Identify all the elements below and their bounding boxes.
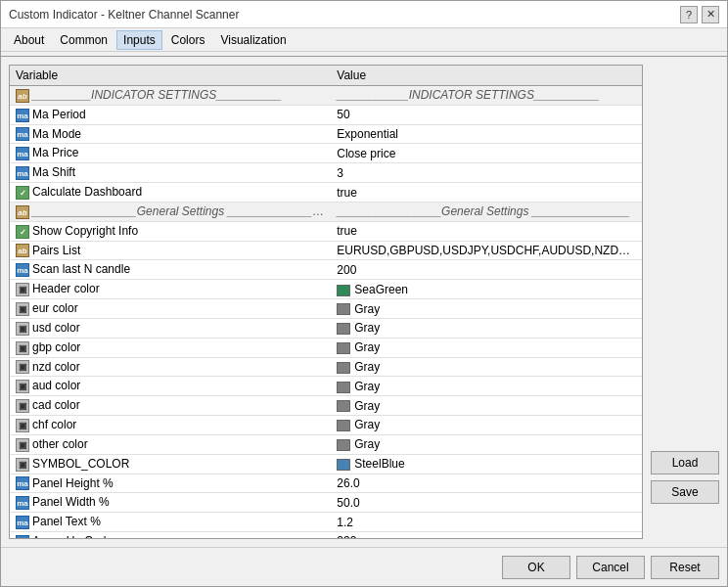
table-row[interactable]: maMa PriceClose price: [10, 144, 642, 163]
val-cell: Gray: [331, 377, 642, 396]
window-title: Custom Indicator - Keltner Channel Scann…: [9, 8, 239, 22]
val-cell: 50.0: [331, 493, 642, 513]
var-cell: maPanel Height %: [10, 474, 331, 493]
var-cell: maScan last N candle: [10, 260, 331, 280]
menu-item-visualization[interactable]: Visualization: [213, 30, 293, 50]
var-cell: ▣gbp color: [10, 338, 331, 357]
bottom-bar: OK Cancel Reset: [1, 547, 727, 586]
val-cell: 3: [331, 163, 642, 183]
val-cell: SteelBlue: [331, 454, 642, 474]
params-table: Variable Value ab_________INDICATOR SETT…: [10, 66, 642, 539]
table-row[interactable]: maMa Period50: [10, 105, 642, 124]
menu-item-colors[interactable]: Colors: [164, 30, 212, 50]
params-table-container: Variable Value ab_________INDICATOR SETT…: [9, 65, 643, 539]
val-cell: 1.2: [331, 513, 642, 532]
val-cell: EURUSD,GBPUSD,USDJPY,USDCHF,AUDUSD,NZDUS…: [331, 241, 642, 260]
load-button[interactable]: Load: [651, 451, 719, 474]
val-cell: Gray: [331, 396, 642, 416]
close-button[interactable]: ✕: [702, 6, 719, 23]
table-row[interactable]: ▣cad colorGray: [10, 396, 642, 416]
var-cell: ▣usd color: [10, 318, 331, 338]
var-cell: maPanel Text %: [10, 513, 331, 532]
reset-button[interactable]: Reset: [651, 556, 719, 579]
var-cell: maMa Period: [10, 105, 331, 124]
val-cell: Gray: [331, 357, 642, 377]
table-row[interactable]: ▣chf colorGray: [10, 416, 642, 435]
menu-bar: AboutCommonInputsColorsVisualization: [1, 28, 727, 52]
side-buttons: Load Save: [651, 65, 719, 539]
table-row[interactable]: ▣Header colorSeaGreen: [10, 280, 642, 299]
title-bar: Custom Indicator - Keltner Channel Scann…: [1, 1, 727, 28]
table-row[interactable]: ▣nzd colorGray: [10, 357, 642, 377]
table-row[interactable]: maPanel Text %1.2: [10, 513, 642, 532]
val-cell: true: [331, 183, 642, 203]
table-row[interactable]: ✓Show Copyright Infotrue: [10, 221, 642, 241]
col-header-variable: Variable: [10, 66, 331, 86]
var-cell: ▣chf color: [10, 416, 331, 435]
var-cell: abPairs List: [10, 241, 331, 260]
val-cell: Gray: [331, 434, 642, 454]
table-row[interactable]: ab_________INDICATOR SETTINGS___________…: [10, 86, 642, 106]
table-row[interactable]: maArrow Up Code233: [10, 532, 642, 539]
val-cell: 233: [331, 532, 642, 539]
val-cell: 50: [331, 105, 642, 124]
table-row[interactable]: ab________________General Settings _____…: [10, 202, 642, 221]
var-cell: ▣cad color: [10, 396, 331, 416]
menu-item-inputs[interactable]: Inputs: [116, 30, 162, 50]
save-button[interactable]: Save: [651, 480, 719, 504]
val-cell: ________________General Settings _______…: [331, 202, 642, 221]
val-cell: Gray: [331, 338, 642, 357]
val-cell: 200: [331, 260, 642, 280]
val-cell: 26.0: [331, 474, 642, 493]
table-row[interactable]: ✓Calculate Dashboardtrue: [10, 183, 642, 203]
val-cell: true: [331, 221, 642, 241]
table-row[interactable]: ▣usd colorGray: [10, 318, 642, 338]
var-cell: ▣eur color: [10, 299, 331, 319]
main-window: Custom Indicator - Keltner Channel Scann…: [0, 0, 728, 587]
table-row[interactable]: maScan last N candle200: [10, 260, 642, 280]
table-row[interactable]: ▣SYMBOL_COLORSteelBlue: [10, 454, 642, 474]
table-row[interactable]: abPairs ListEURUSD,GBPUSD,USDJPY,USDCHF,…: [10, 241, 642, 260]
table-row[interactable]: ▣eur colorGray: [10, 299, 642, 319]
var-cell: ▣aud color: [10, 377, 331, 396]
table-row[interactable]: ▣gbp colorGray: [10, 338, 642, 357]
var-cell: ab________________General Settings _____…: [10, 202, 331, 221]
col-header-value: Value: [331, 66, 642, 86]
table-row[interactable]: maPanel Height %26.0: [10, 474, 642, 493]
var-cell: ✓Calculate Dashboard: [10, 183, 331, 203]
ok-button[interactable]: OK: [502, 556, 570, 579]
var-cell: maPanel Width %: [10, 493, 331, 513]
help-button[interactable]: ?: [680, 6, 698, 23]
var-cell: maArrow Up Code: [10, 532, 331, 539]
val-cell: ___________INDICATOR SETTINGS__________: [331, 86, 642, 106]
var-cell: ✓Show Copyright Info: [10, 221, 331, 241]
val-cell: Gray: [331, 318, 642, 338]
var-cell: ▣nzd color: [10, 357, 331, 377]
val-cell: Gray: [331, 416, 642, 435]
table-row[interactable]: maMa ModeExponential: [10, 124, 642, 144]
var-cell: ab_________INDICATOR SETTINGS__________: [10, 86, 331, 106]
menu-item-common[interactable]: Common: [53, 30, 114, 50]
table-row[interactable]: maMa Shift3: [10, 163, 642, 183]
title-controls: ? ✕: [680, 6, 719, 23]
var-cell: maMa Mode: [10, 124, 331, 144]
val-cell: Gray: [331, 299, 642, 319]
val-cell: SeaGreen: [331, 280, 642, 299]
content-area: Variable Value ab_________INDICATOR SETT…: [1, 57, 727, 547]
menu-item-about[interactable]: About: [7, 30, 51, 50]
var-cell: ▣other color: [10, 434, 331, 454]
table-row[interactable]: ▣other colorGray: [10, 434, 642, 454]
table-row[interactable]: maPanel Width %50.0: [10, 493, 642, 513]
cancel-button[interactable]: Cancel: [576, 556, 645, 579]
var-cell: ▣SYMBOL_COLOR: [10, 454, 331, 474]
val-cell: Close price: [331, 144, 642, 163]
val-cell: Exponential: [331, 124, 642, 144]
var-cell: ▣Header color: [10, 280, 331, 299]
table-row[interactable]: ▣aud colorGray: [10, 377, 642, 396]
var-cell: maMa Price: [10, 144, 331, 163]
var-cell: maMa Shift: [10, 163, 331, 183]
